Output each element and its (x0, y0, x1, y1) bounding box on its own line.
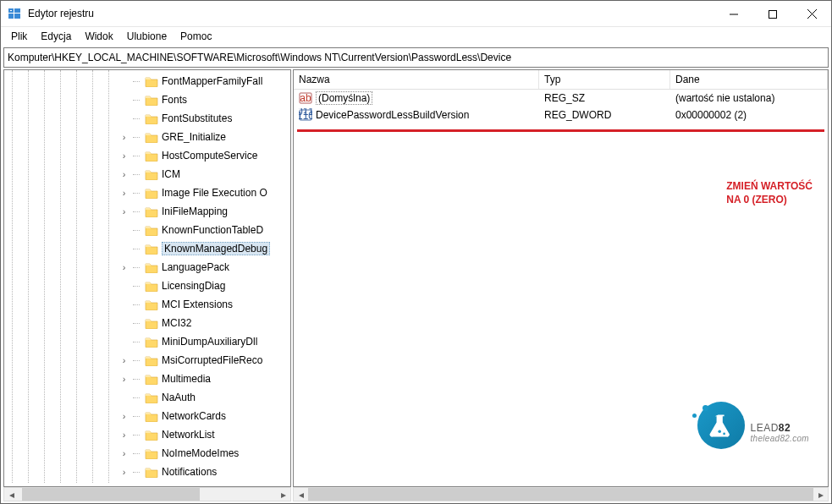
address-input[interactable] (4, 50, 828, 65)
title-bar: Edytor rejestru (1, 1, 831, 27)
scroll-left-icon[interactable]: ◂ (294, 488, 308, 501)
tree-item[interactable]: ·KnownFunctionTableD (118, 221, 290, 239)
column-data[interactable]: Dane (670, 70, 828, 89)
column-type[interactable]: Typ (539, 70, 670, 89)
folder-icon (145, 168, 158, 180)
expand-icon[interactable]: › (118, 355, 129, 365)
tree-scrollbar[interactable]: ◂ ▸ (3, 487, 291, 501)
tree-item-label: Image File Execution O (162, 187, 267, 199)
tree-item[interactable]: ·NaAuth (118, 388, 290, 407)
scroll-left-icon[interactable]: ◂ (4, 488, 19, 501)
close-button[interactable] (792, 1, 831, 27)
scroll-right-icon[interactable]: ▸ (276, 488, 290, 501)
tree-item[interactable]: ›NoImeModeImes (118, 444, 290, 463)
minimize-button[interactable] (714, 1, 753, 27)
menu-edit[interactable]: Edycja (34, 29, 78, 44)
column-name[interactable]: Nazwa (294, 70, 539, 89)
folder-icon (145, 466, 158, 478)
folder-icon (145, 94, 158, 106)
tree-item[interactable]: ›LanguagePack (118, 258, 290, 277)
expand-icon[interactable]: › (118, 151, 129, 161)
address-bar (3, 47, 829, 68)
tree-item-label: NetworkCards (162, 410, 226, 422)
tree-item[interactable]: ›MsiCorruptedFileReco (118, 351, 290, 370)
tree-item[interactable]: ›Image File Execution O (118, 184, 290, 202)
expand-icon[interactable]: › (118, 411, 129, 421)
column-headers: Nazwa Typ Dane (294, 70, 828, 90)
value-row[interactable]: ab(Domyślna)REG_SZ(wartość nie ustalona) (294, 90, 828, 107)
tree-item[interactable]: ›Notifications (118, 463, 290, 481)
svg-rect-3 (14, 14, 20, 19)
tree-item[interactable]: ·MiniDumpAuxiliaryDll (118, 332, 290, 351)
tree-item[interactable]: ›GRE_Initialize (118, 128, 290, 146)
tree-item-label: FontMapperFamilyFall (162, 75, 262, 87)
expand-icon[interactable]: › (118, 430, 129, 440)
expand-icon[interactable]: › (118, 169, 129, 179)
folder-icon (145, 150, 158, 162)
tree-item[interactable]: ·Fonts (118, 90, 290, 109)
tree-item-label: GRE_Initialize (162, 131, 226, 143)
tree-item[interactable]: ·FontMapperFamilyFall (118, 72, 290, 90)
folder-icon (145, 261, 158, 273)
menu-favorites[interactable]: Ulubione (120, 29, 174, 44)
tree-item[interactable]: ›NetworkList (118, 425, 290, 444)
expand-icon[interactable]: › (118, 262, 129, 272)
expand-icon[interactable]: › (118, 467, 129, 477)
folder-icon (145, 447, 158, 459)
menu-view[interactable]: Widok (78, 29, 119, 44)
tree-item[interactable]: ›HostComputeService (118, 146, 290, 165)
window-title: Edytor rejestru (28, 8, 94, 19)
folder-icon (145, 243, 158, 255)
tree-item-label: IniFileMapping (162, 205, 228, 217)
expand-icon[interactable]: › (118, 206, 129, 216)
maximize-button[interactable] (753, 1, 792, 27)
expand-icon[interactable]: › (118, 448, 129, 458)
annotation-underline (297, 129, 824, 132)
binary-value-icon: 011110 (299, 108, 312, 122)
tree-item-label: ICM (162, 168, 180, 180)
value-type: REG_SZ (539, 92, 670, 104)
menu-file[interactable]: Plik (4, 29, 34, 44)
annotation-text: ZMIEŃ WARTOŚĆ NA 0 (ZERO) (726, 179, 813, 206)
folder-icon (145, 131, 158, 143)
tree-item[interactable]: ›NetworkCards (118, 407, 290, 425)
svg-point-15 (724, 433, 726, 436)
tree-item[interactable]: ·MCI Extensions (118, 295, 290, 314)
expand-icon[interactable]: › (118, 188, 129, 198)
menu-help[interactable]: Pomoc (174, 29, 218, 44)
tree-item-label: NetworkList (162, 429, 215, 441)
value-row[interactable]: 011110DevicePasswordLessBuildVersionREG_… (294, 107, 828, 123)
values-pane[interactable]: Nazwa Typ Dane ab(Domyślna)REG_SZ(wartoś… (293, 69, 829, 487)
value-name: DevicePasswordLessBuildVersion (316, 109, 469, 121)
tree-item-label: MCI Extensions (162, 299, 233, 310)
tree-item[interactable]: ›ICM (118, 165, 290, 184)
folder-icon (145, 224, 158, 236)
tree-item[interactable]: ›IniFileMapping (118, 202, 290, 221)
tree-item-label: MiniDumpAuxiliaryDll (162, 336, 257, 348)
tree-item-label: MsiCorruptedFileReco (162, 354, 262, 366)
folder-icon (145, 429, 158, 441)
expand-icon[interactable]: › (118, 132, 129, 142)
folder-icon (145, 205, 158, 217)
string-value-icon: ab (299, 91, 312, 105)
folder-icon (145, 75, 158, 87)
tree-item[interactable]: ›Multimedia (118, 370, 290, 388)
tree-pane[interactable]: ·FontMapperFamilyFall·Fonts·FontSubstitu… (3, 69, 291, 487)
tree-item[interactable]: ·LicensingDiag (118, 277, 290, 295)
svg-text:ab: ab (300, 92, 311, 104)
folder-icon (145, 187, 158, 199)
tree-item[interactable]: ·MCI32 (118, 314, 290, 332)
folder-icon (145, 112, 158, 124)
folder-icon (145, 317, 158, 329)
tree-item[interactable]: ·FontSubstitutes (118, 109, 290, 128)
tree-item[interactable]: ·KnownManagedDebug (118, 239, 290, 258)
value-name: (Domyślna) (316, 91, 372, 105)
tree-item-label: FontSubstitutes (162, 112, 232, 124)
app-icon (8, 7, 21, 20)
folder-icon (145, 299, 158, 310)
scroll-right-icon[interactable]: ▸ (813, 488, 828, 501)
expand-icon[interactable]: › (118, 374, 129, 384)
values-scrollbar[interactable]: ◂ ▸ (293, 487, 829, 501)
svg-rect-1 (14, 8, 20, 13)
svg-rect-2 (8, 14, 14, 19)
